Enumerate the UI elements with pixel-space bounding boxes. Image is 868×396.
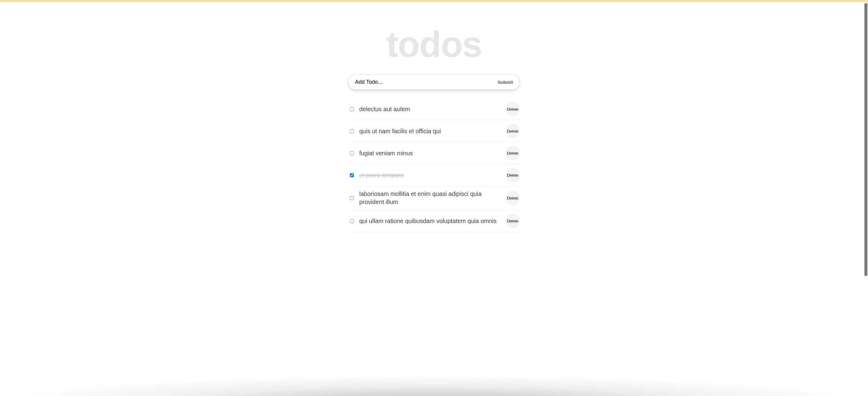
page-title: todos [386,26,482,62]
delete-button[interactable]: Delete [505,102,520,116]
top-accent-bar [0,0,868,2]
todo-item: qui ullam ratione quibusdam voluptatem q… [348,210,520,232]
scrollbar-thumb[interactable] [864,3,867,232]
app-container: todos Submit delectus aut autemDeletequi… [0,2,868,232]
todo-text: et porro tempora [359,171,501,179]
todo-checkbox[interactable] [350,151,354,155]
delete-button[interactable]: Delete [505,124,520,138]
todo-list: delectus aut autemDeletequis ut nam faci… [348,98,520,232]
delete-button[interactable]: Delete [505,191,520,205]
todo-text: delectus aut autem [359,105,501,113]
todo-checkbox[interactable] [350,129,354,133]
delete-button[interactable]: Delete [505,146,520,160]
add-todo-form: Submit [348,74,520,90]
todo-checkbox[interactable] [350,219,354,223]
todo-text: quis ut nam facilis et officia qui [359,127,501,135]
todo-item: et porro temporaDelete [348,164,520,186]
todo-text: laboriosam mollitia et enim quasi adipis… [359,190,501,206]
todo-text: qui ullam ratione quibusdam voluptatem q… [359,217,501,225]
todo-checkbox[interactable] [350,173,354,177]
todo-checkbox[interactable] [350,107,354,111]
todo-item: quis ut nam facilis et officia quiDelete [348,120,520,142]
todo-checkbox[interactable] [350,196,354,200]
todo-text: fugiat veniam minus [359,149,501,157]
scrollbar-track[interactable] [864,3,867,232]
todo-item: delectus aut autemDelete [348,98,520,120]
todo-item: laboriosam mollitia et enim quasi adipis… [348,186,520,210]
delete-button[interactable]: Delete [505,214,520,228]
todo-item: fugiat veniam minusDelete [348,142,520,164]
delete-button[interactable]: Delete [505,168,520,182]
content: Submit delectus aut autemDeletequis ut n… [348,74,520,232]
add-todo-input[interactable] [354,77,497,88]
submit-button[interactable]: Submit [497,78,514,87]
